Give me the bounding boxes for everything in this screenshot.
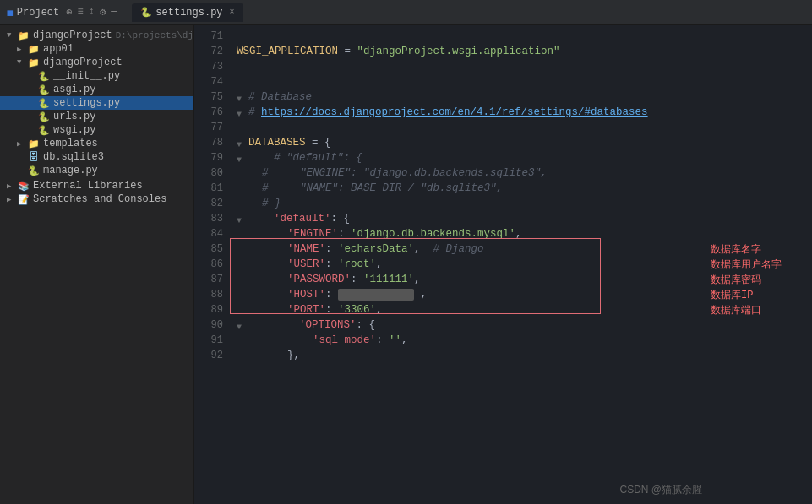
tree-root[interactable]: ▼ 📁 djangoProject D:\projects\djan xyxy=(0,29,193,42)
title-bar: ◼ Project ⊕ ≡ ↕ ⚙ — 🐍 settings.py × xyxy=(0,0,812,25)
code-line-88: 'HOST': , xyxy=(237,287,711,302)
code-line-78: ▼DATABASES = { xyxy=(237,135,711,150)
settings-icon[interactable]: ⚙ xyxy=(100,6,106,19)
code-line-84: 'ENGINE': 'django.db.backends.mysql', xyxy=(237,226,711,241)
code-line-85: 'NAME': 'echarsData', # Django xyxy=(237,241,711,257)
file-tree: ▼ 📁 djangoProject D:\projects\djan ▶ 📁 a… xyxy=(0,25,193,209)
code-line-83: ▼ 'default': { xyxy=(237,211,711,226)
annotation-line-85: 数据库名字 xyxy=(711,241,812,257)
annotation-line-87: 数据库密码 xyxy=(711,272,812,287)
editor-tab[interactable]: 🐍 settings.py × xyxy=(132,3,243,22)
sidebar: ▼ 📁 djangoProject D:\projects\djan ▶ 📁 a… xyxy=(0,25,194,504)
sidebar-item-scratches[interactable]: ▶ 📝 Scratches and Consoles xyxy=(0,192,193,206)
code-line-81: # "NAME": BASE_DIR / "db.sqlite3", xyxy=(237,181,711,196)
code-line-89: 'PORT': '3306', xyxy=(237,302,711,317)
code-line-75: ▼# Database xyxy=(237,89,711,105)
sidebar-item-init[interactable]: 🐍 __init__.py xyxy=(0,69,193,83)
settings-label: settings.py xyxy=(53,97,120,109)
asgi-label: asgi.py xyxy=(53,84,95,95)
sidebar-item-settings[interactable]: 🐍 settings.py xyxy=(0,96,193,110)
code-line-74 xyxy=(237,74,711,89)
title-bar-icons[interactable]: ⊕ ≡ ↕ ⚙ — xyxy=(66,6,117,19)
sidebar-item-app01[interactable]: ▶ 📁 app01 xyxy=(0,42,193,56)
annotation-line-89: 数据库端口 xyxy=(711,302,812,317)
fold-icon-78[interactable]: ▼ xyxy=(237,138,247,148)
code-line-87: 'PASSWORD': '111111', xyxy=(237,272,711,287)
sidebar-item-djangoproject[interactable]: ▼ 📁 djangoProject xyxy=(0,56,193,69)
code-line-73 xyxy=(237,59,711,74)
sidebar-item-urls[interactable]: 🐍 urls.py xyxy=(0,110,193,123)
code-editor[interactable]: 71 72 73 74 75 76 77 78 79 80 81 82 83 8… xyxy=(194,25,711,504)
fold-icon-76[interactable]: ▼ xyxy=(237,107,247,117)
sidebar-item-manage[interactable]: 🐍 manage.py xyxy=(0,164,193,177)
sidebar-item-asgi[interactable]: 🐍 asgi.py xyxy=(0,83,193,96)
watermark: CSDN @猫腻余腥 xyxy=(619,483,702,497)
scratches-label: Scratches and Consoles xyxy=(33,193,166,205)
app01-label: app01 xyxy=(43,43,74,55)
editor-area: 71 72 73 74 75 76 77 78 79 80 81 82 83 8… xyxy=(194,25,812,504)
sort-icon[interactable]: ↕ xyxy=(89,6,95,19)
tab-icon: 🐍 xyxy=(140,7,152,18)
list-icon[interactable]: ≡ xyxy=(77,6,83,19)
db-label: db.sqlite3 xyxy=(43,151,104,163)
code-line-71 xyxy=(237,29,711,44)
project-icon: ◼ xyxy=(7,6,14,19)
code-line-90: ▼ 'OPTIONS': { xyxy=(237,317,711,333)
tab-close-button[interactable]: × xyxy=(230,8,235,17)
root-label: djangoProject xyxy=(33,30,112,41)
add-config-icon[interactable]: ⊕ xyxy=(66,6,72,19)
fold-icon-79[interactable]: ▼ xyxy=(237,153,247,163)
init-label: __init__.py xyxy=(53,70,120,82)
code-line-92: }, xyxy=(237,348,711,363)
annotations-panel: 数据库名字 数据库用户名字 数据库密码 数据库IP 数据库端口 xyxy=(711,25,812,504)
fold-icon-83[interactable]: ▼ xyxy=(237,214,247,224)
code-line-91: 'sql_mode': '', xyxy=(237,333,711,348)
djangoproject-label: djangoProject xyxy=(43,57,123,68)
templates-label: templates xyxy=(43,138,98,149)
code-line-86: 'USER': 'root', xyxy=(237,257,711,272)
main-layout: ▼ 📁 djangoProject D:\projects\djan ▶ 📁 a… xyxy=(0,25,812,504)
sidebar-item-templates[interactable]: ▶ 📁 templates xyxy=(0,137,193,150)
tab-filename: settings.py xyxy=(155,7,222,19)
minimize-icon[interactable]: — xyxy=(111,6,117,19)
urls-label: urls.py xyxy=(53,111,95,122)
code-line-82: # } xyxy=(237,196,711,211)
line-numbers: 71 72 73 74 75 76 77 78 79 80 81 82 83 8… xyxy=(194,25,230,504)
fold-icon-90[interactable]: ▼ xyxy=(237,320,247,330)
code-line-77 xyxy=(237,120,711,135)
fold-icon-75[interactable]: ▼ xyxy=(237,92,247,102)
wsgi-label: wsgi.py xyxy=(53,124,95,136)
annotation-line-86: 数据库用户名字 xyxy=(711,257,812,272)
code-line-72: WSGI_APPLICATION = "djangoProject.wsgi.a… xyxy=(237,44,711,59)
project-label: ◼ Project ⊕ ≡ ↕ ⚙ — xyxy=(7,6,117,19)
manage-label: manage.py xyxy=(43,165,98,176)
sidebar-item-db[interactable]: 🗄 db.sqlite3 xyxy=(0,150,193,164)
code-line-80: # "ENGINE": "django.db.backends.sqlite3"… xyxy=(237,165,711,181)
code-content: WSGI_APPLICATION = "djangoProject.wsgi.a… xyxy=(230,25,711,504)
root-path: D:\projects\djan xyxy=(116,30,194,41)
sidebar-item-wsgi[interactable]: 🐍 wsgi.py xyxy=(0,123,193,137)
code-line-76: ▼# https://docs.djangoproject.com/en/4.1… xyxy=(237,105,711,120)
external-label: External Libraries xyxy=(33,180,143,192)
sidebar-item-external[interactable]: ▶ 📚 External Libraries xyxy=(0,179,193,192)
annotation-line-88: 数据库IP xyxy=(711,287,812,302)
code-line-79: ▼ # "default": { xyxy=(237,150,711,165)
